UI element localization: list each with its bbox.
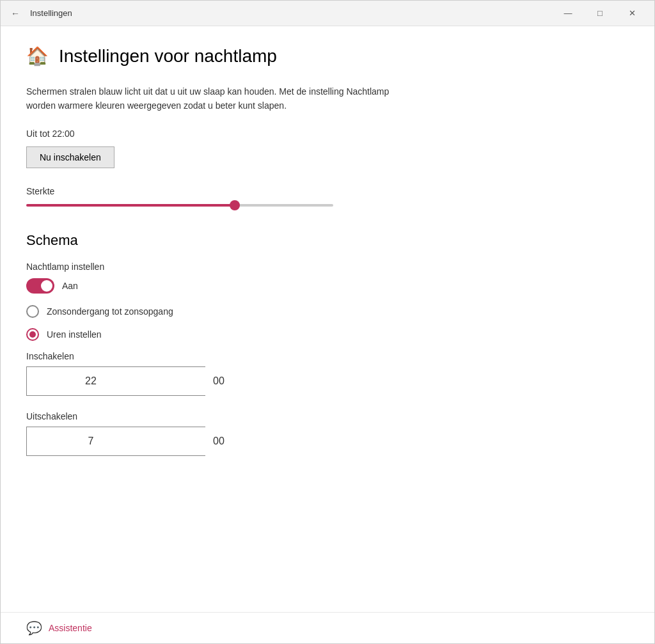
inschakelen-inputs: [26, 366, 205, 396]
back-button[interactable]: ←: [8, 6, 22, 21]
window: ← Instellingen — □ ✕ 🏠 Instellingen voor…: [0, 0, 655, 644]
uitschakelen-hour-input[interactable]: [27, 427, 155, 455]
page-header: 🏠 Instellingen voor nachtlamp: [26, 45, 629, 67]
description-text: Schermen stralen blauw licht uit dat u u…: [26, 84, 410, 113]
main-content: 🏠 Instellingen voor nachtlamp Schermen s…: [1, 26, 654, 612]
strength-slider-container: [26, 204, 629, 207]
uitschakelen-inputs: [26, 427, 205, 456]
strength-label: Sterkte: [26, 186, 629, 196]
page-title: Instellingen voor nachtlamp: [59, 46, 277, 67]
uitschakelen-label: Uitschakelen: [26, 411, 629, 421]
title-bar-title: Instellingen: [30, 8, 553, 18]
toggle-thumb: [41, 280, 52, 292]
inschakelen-minute-input[interactable]: [155, 367, 283, 395]
status-text: Uit tot 22:00: [26, 129, 629, 139]
strength-slider-track[interactable]: [26, 204, 333, 207]
radio-row-uren: Uren instellen: [26, 328, 629, 341]
schedule-toggle[interactable]: [26, 278, 54, 294]
inschakelen-section: Inschakelen: [26, 351, 629, 396]
maximize-button[interactable]: □: [585, 4, 615, 23]
radio-zonsondergang-label: Zonsondergang tot zonsopgang: [47, 306, 173, 317]
radio-uren[interactable]: [26, 328, 39, 341]
assistentie-icon: 💬: [26, 620, 42, 636]
nachtlamp-instellen-label: Nachtlamp instellen: [26, 262, 629, 272]
inschakelen-hour-input[interactable]: [27, 367, 155, 395]
radio-zonsondergang[interactable]: [26, 305, 39, 318]
strength-slider-thumb[interactable]: [230, 200, 240, 210]
toggle-row: Aan: [26, 278, 629, 294]
radio-uren-inner: [29, 331, 36, 338]
radio-row-zonsondergang: Zonsondergang tot zonsopgang: [26, 305, 629, 318]
minimize-button[interactable]: —: [553, 4, 583, 23]
uitschakelen-minute-input[interactable]: [155, 427, 283, 455]
close-button[interactable]: ✕: [617, 4, 647, 23]
schema-title: Schema: [26, 232, 629, 249]
radio-uren-label: Uren instellen: [47, 329, 102, 340]
title-bar: ← Instellingen — □ ✕: [1, 1, 654, 26]
assistentie-link[interactable]: Assistentie: [49, 623, 92, 633]
uitschakelen-section: Uitschakelen: [26, 411, 629, 456]
toggle-label: Aan: [62, 281, 78, 291]
footer-bar: 💬 Assistentie: [1, 612, 654, 643]
title-bar-controls: — □ ✕: [553, 4, 647, 23]
inschakelen-label: Inschakelen: [26, 351, 629, 361]
enable-button[interactable]: Nu inschakelen: [26, 146, 114, 168]
home-icon: 🏠: [26, 45, 49, 67]
